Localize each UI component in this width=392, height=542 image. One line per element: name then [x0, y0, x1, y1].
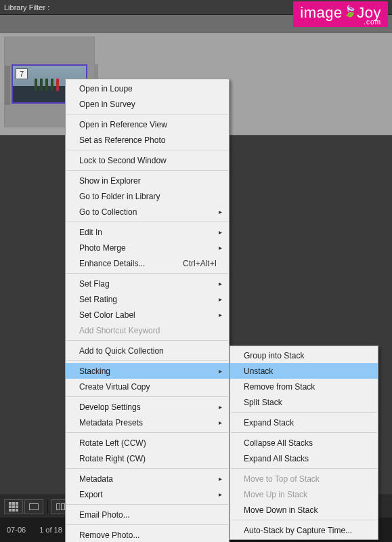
- menu-item-label: Expand Stack: [244, 418, 294, 428]
- stack-item-auto-stack-by-capture-time[interactable]: Auto-Stack by Capture Time...: [230, 522, 378, 538]
- loupe-view-button[interactable]: [24, 499, 43, 514]
- ctx-item-show-in-explorer[interactable]: Show in Explorer: [66, 173, 229, 188]
- ctx-item-email-photo[interactable]: Email Photo...: [66, 507, 229, 522]
- stack-item-move-down-in-stack[interactable]: Move Down in Stack: [230, 502, 378, 518]
- ctx-item-photo-merge[interactable]: Photo Merge: [66, 240, 229, 255]
- menu-item-label: Remove Photo...: [79, 530, 139, 540]
- ctx-item-metadata[interactable]: Metadata: [66, 471, 229, 486]
- stack-item-remove-from-stack[interactable]: Remove from Stack: [230, 379, 378, 394]
- ctx-item-create-virtual-copy[interactable]: Create Virtual Copy: [66, 379, 229, 394]
- stacking-submenu[interactable]: Group into StackUnstackRemove from Stack…: [230, 346, 378, 540]
- menu-item-label: Show in Explorer: [79, 176, 141, 186]
- menu-item-label: Open in Loupe: [79, 84, 133, 93]
- menu-item-label: Go to Folder in Library: [79, 192, 160, 201]
- menu-item-label: Create Virtual Copy: [79, 382, 150, 392]
- menu-item-label: Stacking: [79, 367, 110, 376]
- ctx-item-go-to-folder-in-library[interactable]: Go to Folder in Library: [66, 188, 229, 204]
- menu-item-label: Group into Stack: [244, 351, 304, 360]
- ctx-separator: [66, 468, 228, 469]
- menu-item-label: Open in Reference View: [79, 120, 167, 129]
- menu-item-label: Go to Collection: [79, 207, 137, 217]
- stack-separator: [231, 468, 377, 469]
- menu-item-shortcut: Ctrl+Alt+I: [183, 259, 217, 268]
- stack-item-unstack[interactable]: Unstack: [230, 363, 378, 379]
- stack-item-expand-stack[interactable]: Expand Stack: [230, 415, 378, 430]
- stack-item-expand-all-stacks[interactable]: Expand All Stacks: [230, 451, 378, 466]
- ctx-item-enhance-details[interactable]: Enhance Details...Ctrl+Alt+I: [66, 255, 229, 271]
- ctx-item-open-in-survey[interactable]: Open in Survey: [66, 96, 229, 112]
- ctx-separator: [66, 524, 228, 525]
- menu-item-label: Auto-Stack by Capture Time...: [244, 526, 352, 535]
- ctx-item-add-shortcut-keyword: Add Shortcut Keyword: [66, 322, 229, 338]
- ctx-item-lock-to-second-window[interactable]: Lock to Second Window: [66, 152, 229, 168]
- grid-view-button[interactable]: [4, 499, 23, 514]
- ctx-item-stacking[interactable]: Stacking: [66, 363, 229, 379]
- stack-count-badge[interactable]: 7: [16, 68, 28, 79]
- ctx-item-open-in-loupe[interactable]: Open in Loupe: [66, 81, 229, 96]
- stack-separator: [231, 432, 377, 433]
- menu-item-label: Set Color Label: [79, 310, 135, 320]
- stack-item-split-stack[interactable]: Split Stack: [230, 394, 378, 410]
- menu-item-label: Metadata: [79, 474, 113, 484]
- menu-item-label: Photo Merge: [79, 243, 126, 253]
- ctx-separator: [66, 360, 228, 361]
- menu-item-label: Export: [79, 490, 103, 499]
- ctx-separator: [66, 114, 228, 114]
- ctx-item-set-as-reference-photo[interactable]: Set as Reference Photo: [66, 132, 229, 148]
- menu-item-label: Metadata Presets: [79, 418, 143, 428]
- menu-item-label: Add to Quick Collection: [79, 346, 164, 356]
- ctx-item-develop-settings[interactable]: Develop Settings: [66, 399, 229, 415]
- ctx-separator: [66, 170, 228, 171]
- menu-item-label: Unstack: [244, 367, 273, 376]
- stack-item-move-up-in-stack: Move Up in Stack: [230, 486, 378, 502]
- leaf-icon: 🍃: [343, 5, 357, 18]
- ctx-separator: [66, 150, 228, 150]
- stack-item-group-into-stack[interactable]: Group into Stack: [230, 348, 378, 363]
- menu-item-label: Set Flag: [79, 279, 110, 289]
- menu-item-label: Remove from Stack: [244, 382, 315, 392]
- ctx-item-set-rating[interactable]: Set Rating: [66, 291, 229, 307]
- ctx-item-metadata-presets[interactable]: Metadata Presets: [66, 415, 229, 430]
- ctx-item-edit-in[interactable]: Edit In: [66, 224, 229, 240]
- library-filter-label: Library Filter :: [4, 3, 49, 12]
- ctx-item-set-flag[interactable]: Set Flag: [66, 276, 229, 291]
- menu-item-label: Email Photo...: [79, 510, 130, 520]
- ctx-separator: [66, 432, 228, 433]
- ctx-item-go-to-collection[interactable]: Go to Collection: [66, 204, 229, 220]
- menu-item-label: Open in Survey: [79, 100, 135, 109]
- ctx-item-set-color-label[interactable]: Set Color Label: [66, 307, 229, 322]
- menu-item-label: Edit In: [79, 228, 102, 237]
- menu-item-label: Move Down in Stack: [244, 505, 318, 515]
- ctx-separator: [66, 396, 228, 397]
- menu-item-label: Expand All Stacks: [244, 454, 309, 463]
- stack-separator: [231, 520, 377, 520]
- ctx-item-remove-photo[interactable]: Remove Photo...: [66, 527, 229, 542]
- ctx-item-rotate-right-cw[interactable]: Rotate Right (CW): [66, 451, 229, 466]
- menu-item-label: Move Up in Stack: [244, 490, 307, 499]
- menu-item-label: Split Stack: [244, 398, 282, 407]
- ctx-separator: [66, 273, 228, 274]
- watermark-logo: image🍃Joy .com: [293, 1, 388, 27]
- status-count: 1 of 18: [39, 526, 62, 534]
- menu-item-label: Set Rating: [79, 295, 117, 304]
- menu-item-label: Rotate Right (CW): [79, 454, 146, 463]
- menu-item-label: Add Shortcut Keyword: [79, 326, 160, 335]
- ctx-item-export[interactable]: Export: [66, 486, 229, 502]
- stack-item-collapse-all-stacks[interactable]: Collapse All Stacks: [230, 435, 378, 451]
- stack-item-move-to-top-of-stack: Move to Top of Stack: [230, 471, 378, 486]
- menu-item-label: Enhance Details...: [79, 259, 145, 268]
- menu-item-label: Rotate Left (CCW): [79, 438, 146, 448]
- ctx-separator: [66, 504, 228, 505]
- status-date: 07-06: [7, 526, 26, 534]
- ctx-item-rotate-left-ccw[interactable]: Rotate Left (CCW): [66, 435, 229, 451]
- menu-item-label: Collapse All Stacks: [244, 438, 313, 448]
- menu-item-label: Develop Settings: [79, 402, 141, 412]
- menu-item-label: Lock to Second Window: [79, 156, 167, 165]
- menu-item-label: Set as Reference Photo: [79, 136, 165, 145]
- context-menu[interactable]: Open in LoupeOpen in SurveyOpen in Refer…: [65, 79, 230, 542]
- ctx-separator: [66, 222, 228, 222]
- ctx-separator: [66, 340, 228, 341]
- stack-separator: [231, 412, 377, 413]
- ctx-item-add-to-quick-collection[interactable]: Add to Quick Collection: [66, 343, 229, 358]
- ctx-item-open-in-reference-view[interactable]: Open in Reference View: [66, 117, 229, 132]
